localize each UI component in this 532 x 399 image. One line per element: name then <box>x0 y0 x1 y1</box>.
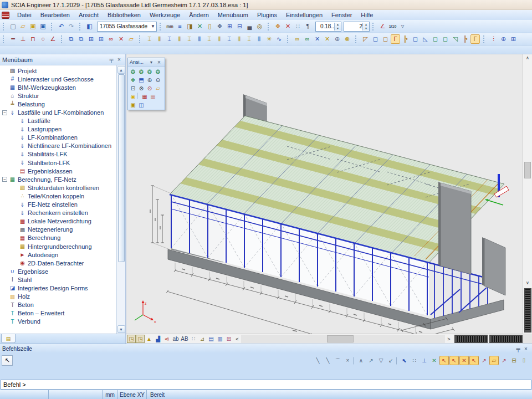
support-2-icon[interactable]: ◻ <box>371 34 380 44</box>
chevron-down-icon[interactable]: ▼ <box>147 58 155 66</box>
zoom-window-icon[interactable]: ⊡ <box>129 84 137 92</box>
load-display-icon[interactable]: ⫶ <box>489 34 498 44</box>
scroll-up-icon[interactable]: ▲ <box>117 66 125 74</box>
link-nodes-icon[interactable]: ∞ <box>303 34 312 44</box>
snap-intersections-icon[interactable]: ↖ <box>449 356 459 365</box>
trim-icon[interactable]: ✕ <box>429 356 439 365</box>
save-icon[interactable]: ▣ <box>38 22 48 31</box>
opacity-spinner[interactable]: 0.18.. ▴▾ <box>315 22 341 32</box>
tree-item-lastfaelle-lf-kombinationen[interactable]: − ⇓ Lastfälle und LF-Kombinationen <box>0 108 116 116</box>
show-loads-icon[interactable]: ▟ <box>154 335 162 343</box>
tree-item-nichtlineare-lf-kombinationen[interactable]: ⇓ Nichtlineare LF-Kombinationen <box>0 142 116 150</box>
circle-icon[interactable]: ○ <box>38 34 48 44</box>
support-1-icon[interactable]: ◸ <box>361 34 370 44</box>
copy-icon[interactable]: ⧉ <box>66 34 76 44</box>
model-viewport[interactable]: z x Ansi... ▼ × ❂❂❂❂❖⬒⊕⊖⊡⊗⊙▱◉▦▦▣◫ ◳◳▲▟⊲a… <box>126 54 532 344</box>
viewbox-sep[interactable] <box>137 93 140 99</box>
overflow-icon[interactable]: ▿ <box>398 22 407 31</box>
print-preview-icon[interactable]: ◎ <box>255 22 264 31</box>
support-9-icon[interactable]: ◻ <box>441 34 450 44</box>
clipboard-icon[interactable]: ▯ <box>205 22 214 31</box>
member-shell-icon[interactable]: ⫴ <box>234 34 244 44</box>
polygon-snap-icon[interactable]: ▱ <box>489 356 499 365</box>
tree-item-stabilitaets-lfk[interactable]: ⇓ Stabilitäts-LFK <box>0 150 116 158</box>
snap-select-icon[interactable]: ↖ <box>469 356 479 365</box>
zoom-all-icon[interactable]: ⊗ <box>137 84 145 92</box>
support-4-icon[interactable]: Γ <box>391 34 400 44</box>
tree-item-teile-knoten-koppeln[interactable]: ∴ Teile/Knoten koppeln <box>0 192 116 200</box>
photo-view-2-icon[interactable]: ▦ <box>149 93 157 100</box>
menu-item[interactable]: Einstellungen <box>282 11 327 19</box>
zoom-out-icon[interactable]: ⊖ <box>154 76 162 84</box>
member-2d-icon[interactable]: ⫴ <box>155 34 164 44</box>
point-grid-icon[interactable]: ∷ <box>293 22 303 31</box>
zoom-in-icon[interactable]: ⊕ <box>146 76 154 84</box>
snap-endpoint-icon[interactable]: ╲ <box>323 356 332 365</box>
grid-snap-icon[interactable]: ∷ <box>410 356 419 365</box>
iso-view-icon[interactable]: ⬒ <box>137 76 145 84</box>
menu-item[interactable]: Menübaum <box>213 11 253 19</box>
gallery2-icon[interactable]: ⊟ <box>235 22 244 31</box>
pin-icon[interactable]: ╤ <box>514 345 522 352</box>
spinner-down-icon[interactable]: ▾ <box>335 27 341 30</box>
snap-mid-icon[interactable]: ↗ <box>366 356 376 365</box>
tree-item-lf-kombinationen[interactable]: ⇓ LF-Kombinationen <box>0 134 116 142</box>
cursor-snap-icon[interactable]: ⬉ <box>400 356 409 365</box>
member-column-icon[interactable]: ⌶ <box>165 34 174 44</box>
save-all-icon[interactable]: ▣ <box>28 22 38 31</box>
labels-on-icon[interactable]: AB <box>180 335 189 343</box>
tree-item-berechnung[interactable]: ▦ Berechnung <box>0 234 116 242</box>
tree-item-verbund[interactable]: T Verbund <box>0 318 116 326</box>
support-7-icon[interactable]: ◺ <box>421 34 430 44</box>
clipping-box-icon[interactable]: ▣ <box>129 101 137 109</box>
erase-icon[interactable]: ✕ <box>116 34 126 44</box>
tree-scrollbar[interactable]: ▲ ▼ <box>116 65 125 334</box>
open-file-icon[interactable]: ▱ <box>18 22 28 31</box>
tree-item-rechenkern-einstellen[interactable]: ⇓ Rechenkern einstellen <box>0 209 116 217</box>
angle-draw-icon[interactable]: ∠ <box>48 34 58 44</box>
support-8-icon[interactable]: ◻ <box>431 34 440 44</box>
frame-icon[interactable]: ⊓ <box>28 34 38 44</box>
tree-item-lokale-netzverdichtung[interactable]: ▩ Lokale Netzverdichtung <box>0 217 116 226</box>
mirror-icon[interactable]: ⊞ <box>96 34 106 44</box>
snap-sep-1[interactable] <box>353 357 356 365</box>
snap-off-icon[interactable]: × <box>343 356 352 365</box>
tree-item-belastung[interactable]: ┷ Belastung <box>0 100 116 108</box>
tree-scrollbar-thumb[interactable] <box>118 74 125 262</box>
snap-peak-icon[interactable]: ∧ <box>356 356 366 365</box>
labels-off-icon[interactable]: ab <box>171 335 180 343</box>
pan-wheel-horizontal[interactable] <box>454 335 488 343</box>
move-icon[interactable]: ⊞ <box>86 34 96 44</box>
new-file-icon[interactable]: ▢ <box>8 22 18 31</box>
new-window-icon[interactable]: ◧ <box>85 22 94 31</box>
visibility-icon[interactable]: ∞ <box>106 34 116 44</box>
gallery-icon[interactable]: ⊞ <box>225 22 234 31</box>
show-mesh-icon[interactable]: ∷ <box>189 335 198 343</box>
scroll-down-icon[interactable]: ∨ <box>526 279 529 287</box>
view-z-icon[interactable]: ❂ <box>146 68 154 75</box>
menu-item[interactable]: Hilfe <box>356 11 377 19</box>
tree-item-stahl[interactable]: I Stahl <box>0 275 116 284</box>
scroll-down-icon[interactable]: ▼ <box>117 325 125 333</box>
tree-item-stahlbeton-lfk[interactable]: ⇓ Stahlbeton-LFK <box>0 158 116 167</box>
snap-angle-icon[interactable]: ↗ <box>499 356 509 365</box>
snap-sep-2[interactable] <box>396 357 399 365</box>
rigid-arm-icon[interactable]: ⊕ <box>332 34 342 44</box>
menu-item[interactable]: Werkzeuge <box>145 11 185 19</box>
zoom-wheel-vertical[interactable] <box>524 288 531 332</box>
tree-item-ergebnisse[interactable]: ∪ Ergebnisse <box>0 267 116 275</box>
zoom-wheel-horizontal[interactable] <box>489 335 523 343</box>
snap-arc-icon[interactable]: ⌒ <box>333 356 342 365</box>
show-supports-icon[interactable]: ▲ <box>145 335 154 343</box>
member-cable-icon[interactable]: ∿ <box>274 34 284 44</box>
rotate-view-icon[interactable]: ❖ <box>129 76 137 84</box>
tree-item-beton-erweitert[interactable]: T Beton – Erweitert <box>0 309 116 318</box>
tree-item-lastfaelle[interactable]: ⇓ Lastfälle <box>0 117 116 125</box>
member-labels-icon[interactable]: ▤ <box>207 335 216 343</box>
project-selector[interactable]: 17055 Glasfassade ▼ <box>97 22 157 32</box>
view-cube-icon[interactable]: ◫ <box>137 101 145 109</box>
support-5-icon[interactable]: ╠ <box>401 34 410 44</box>
pin-icon[interactable]: ╤ <box>108 56 115 64</box>
scale-ratio-icon[interactable]: 1/10 <box>388 22 397 31</box>
member-slab-icon[interactable]: ⫴ <box>195 34 204 44</box>
